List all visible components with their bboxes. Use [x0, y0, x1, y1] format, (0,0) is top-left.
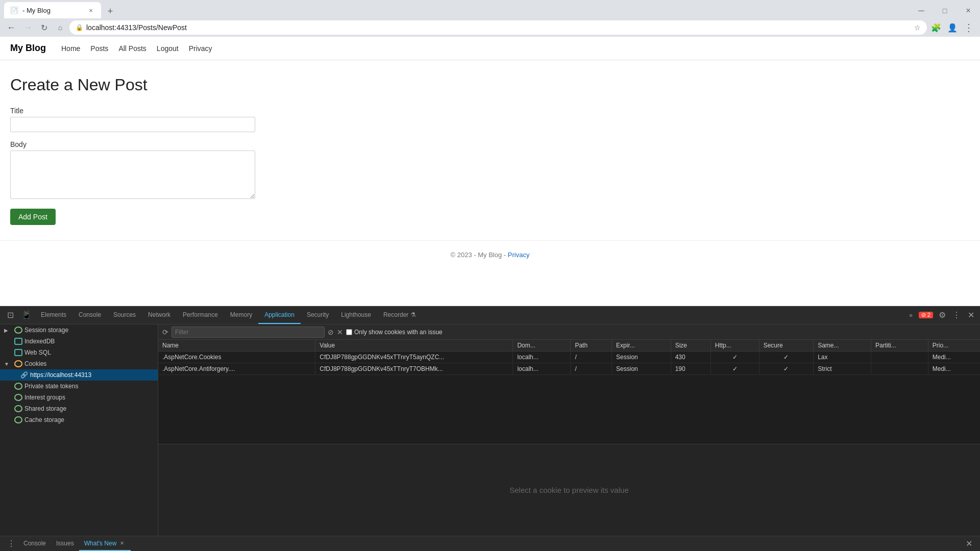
devtools-sidebar: ▶ Session storage IndexedDB Web SQL ▼ Co	[0, 324, 158, 536]
col-partition[interactable]: Partiti...	[871, 340, 928, 352]
sidebar-indexeddb-label: IndexedDB	[24, 338, 55, 345]
window-close-button[interactable]: ×	[957, 3, 980, 18]
cell-domain-2: localh...	[513, 363, 571, 375]
col-path[interactable]: Path	[571, 340, 612, 352]
sidebar-item-localhost[interactable]: 🔗 https://localhost:44313	[0, 369, 158, 381]
col-priority[interactable]: Prio...	[928, 340, 980, 352]
bottom-tab-console[interactable]: Console	[18, 537, 51, 551]
table-row[interactable]: .AspNetCore.Antiforgery.... CfDJ8P788gpG…	[158, 363, 980, 375]
col-size[interactable]: Size	[671, 340, 710, 352]
table-row[interactable]: .AspNetCore.Cookies CfDJ8P788gpGGDNKv45x…	[158, 352, 980, 363]
sidebar-item-cookies[interactable]: ▼ Cookies	[0, 358, 158, 369]
new-tab-button[interactable]: +	[103, 4, 117, 18]
col-name[interactable]: Name	[158, 340, 315, 352]
tab-title: - My Blog	[22, 7, 83, 14]
devtools-tab-network[interactable]: Network	[142, 307, 177, 324]
devtools-tab-sources[interactable]: Sources	[107, 307, 142, 324]
cell-httponly-1: ✓	[710, 352, 759, 363]
devtools-tab-bar: ⊡ 📱 Elements Console Sources Network Per…	[0, 306, 980, 324]
delete-button[interactable]: ✕	[337, 328, 343, 336]
only-issues-checkbox-label[interactable]: Only show cookies with an issue	[346, 329, 443, 336]
bottom-tab-whats-new[interactable]: What's New ✕	[79, 537, 131, 551]
sidebar-item-private-state-tokens[interactable]: Private state tokens	[0, 381, 158, 392]
blog-content: Create a New Post Title Body Add Post	[0, 60, 980, 240]
cell-priority-2: Medi...	[928, 363, 980, 375]
col-expires[interactable]: Expir...	[612, 340, 671, 352]
body-input[interactable]	[10, 151, 255, 199]
sidebar-item-session-storage[interactable]: ▶ Session storage	[0, 324, 158, 336]
cell-expires-2: Session	[612, 363, 671, 375]
back-button[interactable]: ←	[4, 20, 18, 35]
cell-partition-1	[871, 352, 928, 363]
chevron-right-icon: ▶	[4, 328, 12, 333]
title-input[interactable]	[10, 117, 255, 132]
col-value[interactable]: Value	[315, 340, 513, 352]
devtools-tab-security[interactable]: Security	[301, 307, 335, 324]
devtools-main-area: ⟳ ⊘ ✕ Only show cookies with an issue Na…	[158, 324, 980, 536]
bottom-bar-menu-icon[interactable]: ⋮	[4, 537, 18, 551]
col-httponly[interactable]: Http...	[710, 340, 759, 352]
tab-close-button[interactable]: ×	[87, 6, 95, 14]
lock-icon: 🔒	[76, 24, 83, 31]
sidebar-cookies-label: Cookies	[24, 360, 46, 367]
sidebar-item-cache-storage[interactable]: Cache storage	[0, 414, 158, 425]
bottom-tab-issues[interactable]: Issues	[51, 537, 79, 551]
devtools-tab-performance[interactable]: Performance	[177, 307, 224, 324]
sidebar-item-indexeddb[interactable]: IndexedDB	[0, 336, 158, 347]
sidebar-item-shared-storage[interactable]: Shared storage	[0, 403, 158, 414]
devtools-close-button[interactable]: ✕	[964, 308, 978, 322]
devtools-tab-console[interactable]: Console	[72, 307, 107, 324]
tab-bar: 📄 - My Blog × + ─ □ ×	[0, 0, 980, 18]
bottom-bar-close-button[interactable]: ✕	[962, 537, 976, 551]
col-domain[interactable]: Dom...	[513, 340, 571, 352]
home-button[interactable]: ⌂	[53, 20, 67, 35]
devtools-overflow-menu[interactable]: ⋮	[949, 308, 964, 322]
extensions-button[interactable]: 🧩	[929, 20, 943, 35]
devtools-tab-lighthouse[interactable]: Lighthouse	[335, 307, 377, 324]
shared-storage-icon	[14, 405, 22, 412]
forward-button[interactable]: →	[20, 20, 35, 35]
cell-partition-2	[871, 363, 928, 375]
bookmark-icon[interactable]: ☆	[914, 23, 921, 32]
col-samesite[interactable]: Same...	[814, 340, 871, 352]
devtools-settings-button[interactable]: ⚙	[935, 308, 949, 322]
add-post-button[interactable]: Add Post	[10, 209, 56, 225]
refresh-button[interactable]: ⟳	[162, 328, 168, 336]
devtools-tab-application[interactable]: Application	[258, 307, 301, 324]
sidebar-session-storage-label: Session storage	[24, 327, 68, 334]
devtools-tab-recorder[interactable]: Recorder ⚗	[377, 307, 422, 324]
menu-button[interactable]: ⋮	[962, 20, 976, 35]
reload-button[interactable]: ↻	[37, 20, 51, 35]
only-issues-label: Only show cookies with an issue	[354, 329, 443, 336]
devtools-content-toolbar: ⟳ ⊘ ✕ Only show cookies with an issue	[158, 324, 980, 340]
footer-privacy-link[interactable]: Privacy	[508, 251, 530, 259]
devtools-device-icon[interactable]: 📱	[18, 307, 35, 323]
devtools-tab-memory[interactable]: Memory	[224, 307, 258, 324]
title-form-group: Title	[10, 107, 970, 132]
url-bar[interactable]: 🔒 localhost:44313/Posts/NewPost ☆	[69, 20, 927, 35]
clear-filter-button[interactable]: ⊘	[328, 328, 334, 336]
profile-button[interactable]: 👤	[945, 20, 960, 35]
sidebar-item-websql[interactable]: Web SQL	[0, 347, 158, 358]
webpage-content: My Blog Home Posts All Posts Logout Priv…	[0, 37, 980, 306]
nav-home[interactable]: Home	[61, 44, 80, 53]
devtools-more-tabs[interactable]: »	[903, 307, 919, 324]
whats-new-close-button[interactable]: ✕	[118, 540, 126, 547]
sidebar-localhost-label: https://localhost:44313	[30, 371, 91, 379]
filter-input[interactable]	[172, 327, 325, 338]
nav-posts[interactable]: Posts	[90, 44, 108, 53]
interest-groups-icon	[14, 394, 22, 401]
cell-name-1: .AspNetCore.Cookies	[158, 352, 315, 363]
col-secure[interactable]: Secure	[759, 340, 814, 352]
devtools-tab-elements[interactable]: Elements	[35, 307, 72, 324]
nav-privacy[interactable]: Privacy	[189, 44, 212, 53]
window-minimize-button[interactable]: ─	[910, 3, 933, 18]
devtools-bottom-bar: ⋮ Console Issues What's New ✕ ✕	[0, 536, 980, 551]
devtools-inspect-icon[interactable]: ⊡	[2, 307, 18, 323]
nav-logout[interactable]: Logout	[157, 44, 179, 53]
sidebar-item-interest-groups[interactable]: Interest groups	[0, 392, 158, 403]
only-issues-checkbox[interactable]	[346, 329, 352, 335]
window-maximize-button[interactable]: □	[933, 3, 957, 18]
nav-all-posts[interactable]: All Posts	[118, 44, 146, 53]
browser-tab[interactable]: 📄 - My Blog ×	[4, 2, 101, 18]
